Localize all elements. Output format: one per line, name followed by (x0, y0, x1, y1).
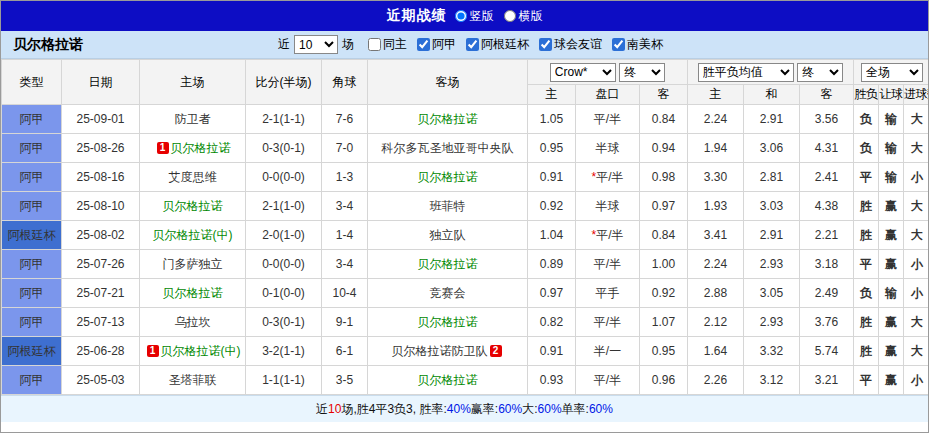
odds-away-cell: 0.84 (640, 105, 688, 134)
home-team-cell: 防卫者 (140, 105, 246, 134)
league-cell: 阿甲 (2, 366, 62, 395)
avg-draw-cell: 2.91 (744, 105, 800, 134)
goals-outcome-cell: 小 (904, 366, 929, 395)
summary-segment: 60% (538, 402, 562, 416)
outcome-cell: 负 (854, 105, 879, 134)
layout-radio-vertical[interactable]: 竖版 (455, 8, 494, 25)
handicap-cell: 半/一 (576, 337, 640, 366)
handicap-cell: 平/半 (576, 250, 640, 279)
table-row: 阿甲25-05-03圣塔菲联1-1(1-1)3-5贝尔格拉诺0.93平/半0.9… (2, 366, 929, 395)
home-team-cell: 圣塔菲联 (140, 366, 246, 395)
corner-cell: 7-0 (322, 134, 368, 163)
team-name: 贝尔格拉诺(中) (161, 344, 241, 358)
avg-away-cell: 4.31 (800, 134, 854, 163)
league-cell: 阿根廷杯 (2, 337, 62, 366)
title-bar: 近期战绩 竖版横版 (1, 1, 928, 31)
league-cell: 阿甲 (2, 308, 62, 337)
avg-draw-cell: 2.91 (744, 221, 800, 250)
away-team-cell: 科尔多瓦圣地亚哥中央队 (368, 134, 528, 163)
score-cell: 2-1(1-0) (246, 192, 322, 221)
goals-outcome-cell: 大 (904, 337, 929, 366)
team-name: 贝尔格拉诺 (418, 373, 478, 387)
away-team-cell: 贝尔格拉诺 (368, 105, 528, 134)
odds-away-cell: 0.98 (640, 163, 688, 192)
filter-checkbox-copa-sudamericana[interactable]: 南美杯 (612, 36, 663, 53)
col-header-corner: 角球 (322, 60, 368, 105)
table-row: 阿根廷杯25-06-281贝尔格拉诺(中)3-2(1-1)6-1贝尔格拉诺防卫队… (2, 337, 929, 366)
avg-home-cell: 2.12 (688, 308, 744, 337)
summary-bar: 近10场,胜4平3负3, 胜率:40% 赢率:60% 大:60% 单率:60% (1, 395, 928, 422)
home-team-cell: 艾度思维 (140, 163, 246, 192)
odds-provider-select[interactable]: Crow* (550, 63, 616, 82)
avg-away-cell: 2.41 (800, 163, 854, 192)
avg-draw-cell: 2.93 (744, 308, 800, 337)
corner-cell: 3-4 (322, 192, 368, 221)
away-team-cell: 贝尔格拉诺 (368, 250, 528, 279)
avg-group-header: 胜平负均值 终 (688, 60, 854, 85)
avg-final-select[interactable]: 终 (797, 63, 843, 82)
date-cell: 25-07-13 (62, 308, 140, 337)
results-body: 阿甲25-09-01防卫者2-1(1-1)7-6贝尔格拉诺1.05平/半0.84… (2, 105, 929, 395)
checkbox-input-argentina-cup[interactable] (466, 38, 479, 51)
header-group-row: 类型 日期 主场 比分(半场) 角球 客场 Crow* 终 胜平负均值 (2, 60, 929, 85)
filter-checkbox-argentina-cup[interactable]: 阿根廷杯 (466, 36, 529, 53)
col-header-date: 日期 (62, 60, 140, 105)
outcome-cell: 胜 (854, 221, 879, 250)
layout-radio-input-horizontal[interactable] (504, 10, 516, 22)
odds-away-cell: 0.92 (640, 279, 688, 308)
page-title: 近期战绩 (387, 7, 447, 25)
league-cell: 阿根廷杯 (2, 221, 62, 250)
corner-cell: 6-1 (322, 337, 368, 366)
goals-outcome-cell: 大 (904, 221, 929, 250)
goals-outcome-cell: 大 (904, 134, 929, 163)
layout-radio-input-vertical[interactable] (455, 10, 467, 22)
avg-type-select[interactable]: 胜平负均值 (698, 63, 794, 82)
avg-home-cell: 1.94 (688, 134, 744, 163)
score-cell: 1-1(1-1) (246, 366, 322, 395)
handicap-cell: 半球 (576, 192, 640, 221)
table-row: 阿甲25-08-10贝尔格拉诺2-1(1-0)3-4班菲特0.92半球0.971… (2, 192, 929, 221)
summary-segment: 赢率: (471, 401, 498, 418)
goals-outcome-cell: 小 (904, 279, 929, 308)
avg-away-cell: 3.76 (800, 308, 854, 337)
team-name: 防卫者 (175, 112, 211, 126)
team-name: 贝尔格拉诺 (171, 141, 231, 155)
handicap-cell: 半球 (576, 134, 640, 163)
checkbox-input-same-venue[interactable] (368, 38, 381, 51)
avg-home-cell: 1.64 (688, 337, 744, 366)
league-cell: 阿甲 (2, 105, 62, 134)
score-cell: 2-1(1-1) (246, 105, 322, 134)
checkbox-input-copa-sudamericana[interactable] (612, 38, 625, 51)
odds-home-cell: 0.91 (528, 337, 576, 366)
odds-away-cell: 1.07 (640, 308, 688, 337)
date-cell: 25-08-16 (62, 163, 140, 192)
sub-header-avg-home: 主 (688, 85, 744, 105)
layout-radio-horizontal[interactable]: 横版 (504, 8, 543, 25)
red-card-badge: 1 (147, 345, 159, 357)
odds-final-select[interactable]: 终 (619, 63, 665, 82)
avg-home-cell: 2.26 (688, 366, 744, 395)
odds-home-cell: 0.92 (528, 192, 576, 221)
sub-header-goals: 进球数 (904, 85, 929, 105)
fulltime-select[interactable]: 全场 (861, 63, 923, 82)
home-team-cell: 乌拉坎 (140, 308, 246, 337)
avg-home-cell: 3.41 (688, 221, 744, 250)
odds-home-cell: 0.91 (528, 163, 576, 192)
team-name: 贝尔格拉诺 (418, 170, 478, 184)
handicap-outcome-cell: 输 (879, 134, 904, 163)
team-name: 贝尔格拉诺 (418, 315, 478, 329)
home-team-cell: 1贝尔格拉诺(中) (140, 337, 246, 366)
summary-segment: 10 (328, 402, 341, 416)
avg-draw-cell: 3.12 (744, 366, 800, 395)
handicap-cell: 平手 (576, 279, 640, 308)
filter-checkbox-same-venue[interactable]: 同主 (368, 36, 407, 53)
filter-checkbox-club-friendly[interactable]: 球会友谊 (539, 36, 602, 53)
checkbox-input-argentina-primera[interactable] (417, 38, 430, 51)
summary-segment: 单率: (562, 401, 589, 418)
col-header-score: 比分(半场) (246, 60, 322, 105)
recent-count-select[interactable]: 10 (294, 35, 338, 54)
checkbox-input-club-friendly[interactable] (539, 38, 552, 51)
avg-draw-cell: 2.93 (744, 250, 800, 279)
sub-header-odds-home: 主 (528, 85, 576, 105)
filter-checkbox-argentina-primera[interactable]: 阿甲 (417, 36, 456, 53)
